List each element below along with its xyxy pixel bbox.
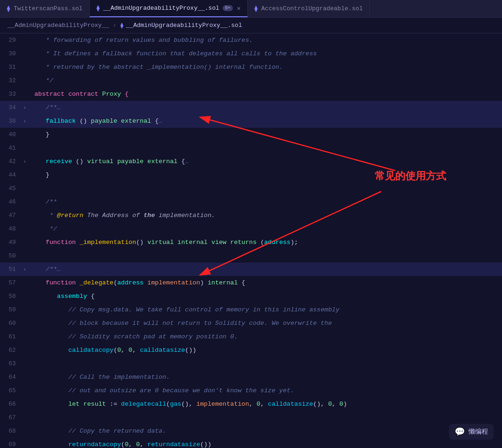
fold-34[interactable]: › [23,105,33,111]
ln-48: 48 [0,225,23,232]
ln-59: 59 [0,306,23,313]
ln-29: 29 [0,37,23,44]
code-29: * forwarding of return values and bubbli… [33,33,502,47]
ln-34: 34 [0,104,23,111]
code-line-33: 33 abstract contract Proxy { [0,87,502,101]
breadcrumb-part1[interactable]: __AdminUpgradeabilityProxy__ [7,22,109,29]
code-57: function _delegate(address implementatio… [33,276,502,290]
code-line-65: 65 // out and outsize are 0 because we d… [0,384,502,397]
tab3-label: AccessControlUpgradeable.sol [261,5,363,12]
code-line-45: 45 [0,182,502,195]
code-34: /**… [33,101,502,114]
ln-58: 58 [0,293,23,300]
code-58: assembly { [33,290,502,303]
code-38: fallback () payable external {… [33,114,502,128]
ln-32: 32 [0,77,23,84]
ln-47: 47 [0,212,23,219]
breadcrumb-file: __AdminUpgradeabilityProxy__.sol [126,22,242,29]
code-area: 常见的使用方式 29 * forwarding of return values… [0,33,502,448]
ln-57: 57 [0,279,23,286]
tab1-label: TwitterscanPass.sol [13,5,82,12]
ln-49: 49 [0,239,23,246]
code-line-58: 58 assembly { [0,290,502,303]
code-42: receive () virtual payable external {… [33,155,502,168]
breadcrumb: __AdminUpgradeabilityProxy__ › ⧫ __Admin… [0,18,502,33]
code-line-59: 59 // Copy msg.data. We take full contro… [0,303,502,316]
eth-icon-1: ⧫ [7,5,10,13]
code-48: */ [33,222,502,236]
code-line-49: 49 function _implementation() virtual in… [0,236,502,249]
ln-33: 33 [0,91,23,98]
code-line-68: 68 // Copy the returned data. [0,424,502,438]
code-line-66: 66 let result := delegatecall(gas(), imp… [0,397,502,411]
code-line-47: 47 * @return The Address of the implemen… [0,209,502,222]
tab-twitterscan[interactable]: ⧫ TwitterscanPass.sol [0,0,90,17]
code-32: */ [33,74,502,87]
tab-bar: ⧫ TwitterscanPass.sol ⧫ __AdminUpgradeab… [0,0,502,18]
code-65: // out and outsize are 0 because we don'… [33,384,502,397]
code-line-38: 38 › fallback () payable external {… [0,114,502,128]
eth-icon-2: ⧫ [96,4,100,12]
ln-51: 51 [0,266,23,273]
code-line-34: 34 › /**… [0,101,502,114]
code-line-51: 51 › /**… [0,263,502,276]
tab2-close[interactable]: ✕ [237,5,241,12]
ln-63: 63 [0,360,23,367]
code-line-62: 62 calldatacopy(0, 0, calldatasize()) [0,343,502,357]
code-44: } [33,168,502,182]
code-line-48: 48 */ [0,222,502,236]
code-49: function _implementation() virtual inter… [33,236,502,249]
ln-38: 38 [0,118,23,125]
code-69: returndatacopy(0, 0, returndatasize()) [33,438,502,448]
ln-45: 45 [0,185,23,192]
code-line-44: 44 } [0,168,502,182]
code-line-61: 61 // Solidity scratch pad at memory pos… [0,330,502,343]
ln-31: 31 [0,64,23,71]
eth-icon-3: ⧫ [254,5,258,13]
code-31: * returned by the abstract _implementati… [33,60,502,74]
code-30: * It defines a fallback function that de… [33,47,502,60]
code-60: // block because it will not return to S… [33,316,502,330]
tab2-label: __AdminUpgradeabilityProxy__.sol [103,5,219,12]
tab2-badge: 9+ [223,5,233,11]
code-line-42: 42 › receive () virtual payable external… [0,155,502,168]
ln-42: 42 [0,158,23,165]
code-line-60: 60 // block because it will not return t… [0,316,502,330]
code-line-29: 29 * forwarding of return values and bub… [0,33,502,47]
ln-64: 64 [0,374,23,381]
code-line-57: 57 function _delegate(address implementa… [0,276,502,290]
ln-46: 46 [0,198,23,205]
code-line-40: 40 } [0,128,502,141]
code-line-64: 64 // Call the implementation. [0,370,502,384]
breadcrumb-current: ⧫ __AdminUpgradeabilityProxy__.sol [120,22,242,29]
ln-41: 41 [0,145,23,152]
code-64: // Call the implementation. [33,370,502,384]
code-59: // Copy msg.data. We take full control o… [33,303,502,316]
fold-42[interactable]: › [23,159,33,165]
fold-38[interactable]: › [23,119,33,124]
code-line-69: 69 returndatacopy(0, 0, returndatasize()… [0,438,502,448]
code-46: /** [33,195,502,209]
wechat-label: 懒编程 [469,428,488,436]
fold-51[interactable]: › [23,267,33,272]
code-line-31: 31 * returned by the abstract _implement… [0,60,502,74]
code-62: calldatacopy(0, 0, calldatasize()) [33,343,502,357]
ln-60: 60 [0,320,23,327]
tab-accesscontrol[interactable]: ⧫ AccessControlUpgradeable.sol [248,0,370,17]
ln-62: 62 [0,347,23,354]
tab-adminupgrade[interactable]: ⧫ __AdminUpgradeabilityProxy__.sol 9+ ✕ [90,0,248,17]
code-33: abstract contract Proxy { [33,87,502,101]
breadcrumb-sep: › [112,22,116,29]
code-51: /**… [33,263,502,276]
code-68: // Copy the returned data. [33,424,502,438]
ln-30: 30 [0,50,23,57]
code-line-46: 46 /** [0,195,502,209]
ln-69: 69 [0,441,23,448]
wechat-icon: 💬 [455,427,465,437]
code-47: * @return The Address of the implementat… [33,209,502,222]
code-line-41: 41 [0,141,502,155]
ln-40: 40 [0,131,23,138]
ln-50: 50 [0,252,23,259]
ln-66: 66 [0,401,23,408]
ln-44: 44 [0,171,23,178]
